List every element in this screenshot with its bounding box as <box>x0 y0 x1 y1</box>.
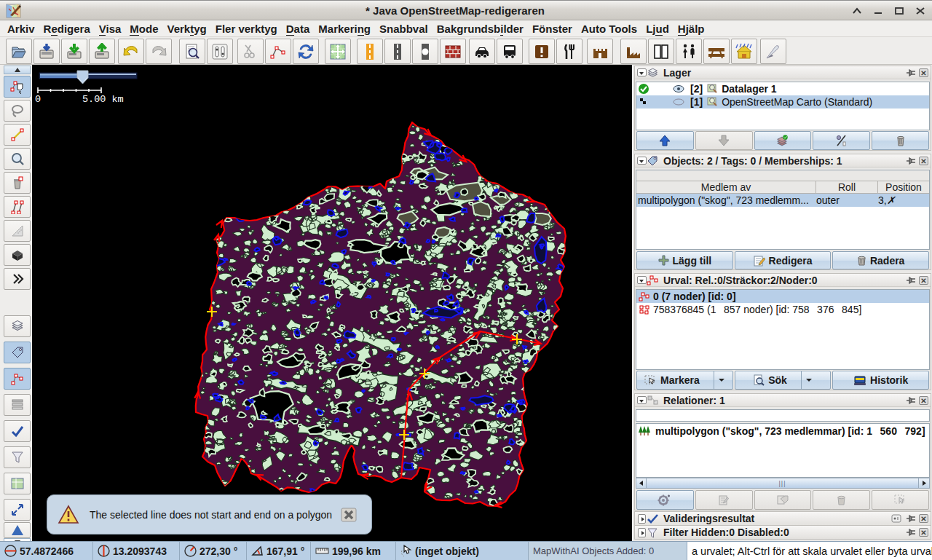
svg-text:0: 0 <box>35 94 41 105</box>
svg-text:5.00 km: 5.00 km <box>82 94 124 105</box>
